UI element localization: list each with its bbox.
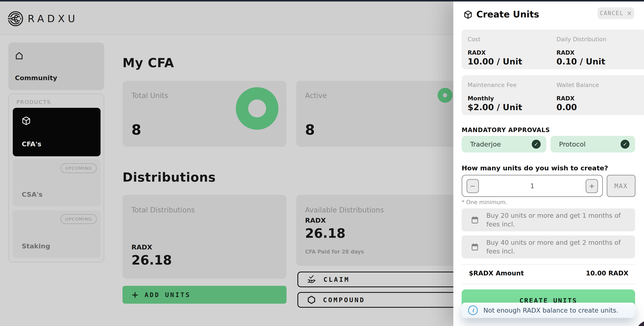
sidebar-item-staking[interactable]: UPCOMING Staking <box>13 210 100 258</box>
cube-icon <box>21 116 31 126</box>
units-question: How many units do you wish to create? <box>462 164 608 172</box>
wallet-balance-value: 0.00 <box>556 103 641 112</box>
daily-distribution-card: Daily Distribution RADX 0.10 / Unit <box>550 29 644 69</box>
units-donut-chart <box>236 87 278 130</box>
active-donut-chart <box>438 88 452 103</box>
maintenance-fee-value: $2.00 / Unit <box>468 103 552 112</box>
add-units-label: ADD UNITS <box>145 291 191 299</box>
maintenance-fee-period: Monthly <box>468 95 552 102</box>
staking-label: Staking <box>22 242 50 250</box>
total-distributions-card: Total Distributions RADX 26.18 <box>122 195 286 279</box>
wallet-balance-card: Wallet Balance RADX 0.00 <box>550 75 644 115</box>
app-header: RADXU <box>0 1 453 35</box>
cost-unit: RADX <box>468 49 552 56</box>
claim-label: CLAIM <box>324 276 350 283</box>
error-toast: i Not enough RADX balance to create unit… <box>462 303 635 318</box>
hexagon-icon <box>307 295 316 305</box>
promo-20-units: Buy 20 units or more and get 1 months of… <box>462 208 635 231</box>
total-distributions-currency: RADX <box>132 243 152 251</box>
cube-icon <box>463 10 473 19</box>
sidebar-item-cfas[interactable]: CFA's <box>13 108 100 156</box>
wallet-balance-label: Wallet Balance <box>556 82 641 88</box>
total-units-value: 8 <box>132 122 141 138</box>
top-strip <box>0 0 644 1</box>
quantity-stepper: 1 − + <box>462 175 603 197</box>
claim-hand-icon <box>307 275 316 284</box>
products-section-label: PRODUCTS <box>16 99 51 105</box>
available-distributions-card: Available Distributions RADX 26.18 CFA P… <box>296 195 460 266</box>
max-button[interactable]: MAX <box>607 175 636 197</box>
maintenance-fee-label: Maintenance Fee <box>468 82 552 88</box>
brand-name: RADXU <box>28 13 78 24</box>
create-units-panel: Create Units CANCEL × Cost RADX 10.00 / … <box>453 1 644 326</box>
cancel-label: CANCEL <box>600 10 624 16</box>
distributions-title: Distributions <box>122 170 216 184</box>
total-units-card: Total Units 8 <box>122 81 286 147</box>
toast-message: Not enough RADX balance to create units. <box>483 307 618 314</box>
maintenance-fee-card: Maintenance Fee Monthly $2.00 / Unit <box>462 75 558 115</box>
cost-value: 10.00 / Unit <box>468 57 552 66</box>
compound-button[interactable]: COMPOUND <box>298 292 460 308</box>
active-units-card: Active 8 <box>296 81 460 147</box>
promo-40-units: Buy 40 units or more and get 2 months of… <box>462 235 635 258</box>
compound-label: COMPOUND <box>323 296 365 304</box>
plus-icon: + <box>132 291 139 299</box>
upcoming-badge: UPCOMING <box>60 163 97 173</box>
community-label: Community <box>15 74 57 82</box>
cfas-label: CFA's <box>22 140 41 148</box>
decrement-button[interactable]: − <box>466 179 479 193</box>
divider <box>462 264 635 265</box>
info-icon: i <box>468 305 478 315</box>
active-value: 8 <box>305 122 315 138</box>
csas-label: CSA's <box>22 190 42 198</box>
approval-protocol[interactable]: Protocol ✓ <box>550 136 635 153</box>
radxu-logo-icon <box>8 11 24 26</box>
add-units-button[interactable]: + ADD UNITS <box>122 286 286 304</box>
cancel-button[interactable]: CANCEL × <box>598 7 634 19</box>
available-distributions-value: 26.18 <box>305 226 346 241</box>
brand-logo[interactable]: RADXU <box>8 11 78 26</box>
available-distributions-currency: RADX <box>305 216 326 224</box>
calendar-icon <box>470 243 479 251</box>
my-cfa-title: My CFA <box>122 56 174 70</box>
mandatory-approvals-heading: MANDATORY APPROVALS <box>462 127 550 134</box>
available-distributions-label: Available Distributions <box>305 206 384 214</box>
cfa-paid-note: CFA Paid for 28 days <box>305 249 364 255</box>
sidebar-item-community[interactable]: Community <box>8 42 104 90</box>
check-icon: ✓ <box>620 140 630 149</box>
promo-text: Buy 20 units or more and get 1 months of… <box>486 211 635 229</box>
sidebar-products-section: PRODUCTS CFA's UPCOMING CSA's UPCOMING S… <box>8 94 104 262</box>
wallet-balance-unit: RADX <box>556 95 641 102</box>
divider <box>462 284 635 284</box>
check-icon: ✓ <box>532 140 541 149</box>
cost-label: Cost <box>468 36 552 42</box>
daily-distribution-unit: RADX <box>556 49 641 56</box>
active-label: Active <box>305 91 327 100</box>
upcoming-badge: UPCOMING <box>60 214 97 224</box>
traderjoe-label: Traderjoe <box>470 140 501 148</box>
total-distributions-label: Total Distributions <box>132 206 195 214</box>
sidebar-item-csas[interactable]: UPCOMING CSA's <box>13 160 100 206</box>
total-units-label: Total Units <box>132 91 168 100</box>
claim-button[interactable]: CLAIM <box>298 272 460 287</box>
approval-traderjoe[interactable]: Traderjoe ✓ <box>462 136 546 153</box>
calendar-icon <box>470 216 479 224</box>
total-distributions-value: 26.18 <box>132 253 172 268</box>
quantity-input[interactable]: 1 <box>462 175 602 196</box>
promo-text: Buy 40 units or more and get 2 months of… <box>486 238 635 256</box>
minimum-hint: * One minimum. <box>462 199 507 205</box>
increment-button[interactable]: + <box>586 179 598 193</box>
daily-distribution-value: 0.10 / Unit <box>556 57 641 66</box>
home-icon <box>14 51 24 60</box>
close-icon: × <box>626 10 632 16</box>
radx-amount-label: $RADX Amount <box>469 269 524 277</box>
daily-distribution-label: Daily Distribution <box>556 36 641 42</box>
panel-title: Create Units <box>476 9 539 19</box>
protocol-label: Protocol <box>559 140 586 148</box>
cost-card: Cost RADX 10.00 / Unit <box>462 29 558 69</box>
radx-amount-value: 10.00 RADX <box>544 269 628 277</box>
